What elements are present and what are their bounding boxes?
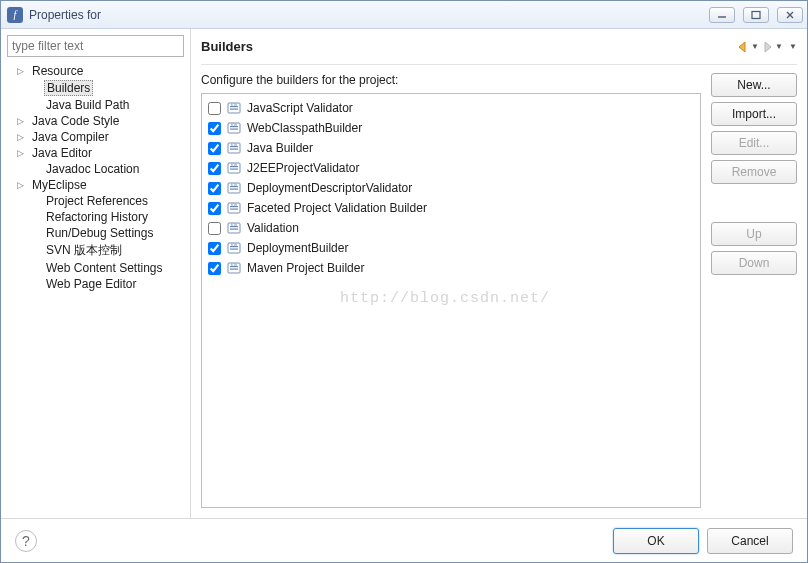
builder-row[interactable]: 010Java Builder bbox=[208, 138, 694, 158]
builder-label: Maven Project Builder bbox=[247, 261, 364, 275]
builder-checkbox[interactable] bbox=[208, 262, 221, 275]
expander-icon: ▷ bbox=[17, 148, 28, 158]
tree-item-label: Web Page Editor bbox=[44, 277, 139, 291]
svg-rect-3 bbox=[230, 109, 238, 110]
builder-checkbox[interactable] bbox=[208, 202, 221, 215]
ok-button[interactable]: OK bbox=[613, 528, 699, 554]
builder-checkbox[interactable] bbox=[208, 182, 221, 195]
remove-button[interactable]: Remove bbox=[711, 160, 797, 184]
tree-item[interactable]: ▷Java Code Style bbox=[7, 113, 184, 129]
builder-list: 010JavaScript Validator010WebClasspathBu… bbox=[201, 93, 701, 508]
builder-checkbox[interactable] bbox=[208, 102, 221, 115]
builder-checkbox[interactable] bbox=[208, 162, 221, 175]
cancel-button[interactable]: Cancel bbox=[707, 528, 793, 554]
builder-label: Validation bbox=[247, 221, 299, 235]
footer: ? OK Cancel bbox=[1, 518, 807, 562]
tree-item[interactable]: Refactoring History bbox=[7, 209, 184, 225]
builder-checkbox[interactable] bbox=[208, 242, 221, 255]
svg-rect-19 bbox=[230, 189, 238, 190]
tree-item-label: Java Build Path bbox=[44, 98, 131, 112]
tree-item-label: Java Code Style bbox=[30, 114, 121, 128]
tree-item[interactable]: Project References bbox=[7, 193, 184, 209]
svg-rect-27 bbox=[230, 229, 238, 230]
builder-icon: 010 bbox=[226, 220, 242, 236]
edit-button[interactable]: Edit... bbox=[711, 131, 797, 155]
svg-text:010: 010 bbox=[231, 203, 237, 207]
tree-item[interactable]: ▷Java Editor bbox=[7, 145, 184, 161]
help-icon[interactable]: ? bbox=[15, 530, 37, 552]
page-title: Builders bbox=[201, 39, 735, 54]
expander-icon: ▷ bbox=[17, 66, 28, 76]
builder-row[interactable]: 010Validation bbox=[208, 218, 694, 238]
tree-item[interactable]: Run/Debug Settings bbox=[7, 225, 184, 241]
builder-checkbox[interactable] bbox=[208, 222, 221, 235]
builder-label: Faceted Project Validation Builder bbox=[247, 201, 427, 215]
tree-item[interactable]: ▷Resource bbox=[7, 63, 184, 79]
tree-item[interactable]: Java Build Path bbox=[7, 97, 184, 113]
builder-icon: 010 bbox=[226, 160, 242, 176]
minimize-button[interactable] bbox=[709, 7, 735, 23]
nav-back-icon[interactable] bbox=[736, 40, 750, 54]
tree-item[interactable]: Builders bbox=[7, 79, 184, 97]
svg-text:010: 010 bbox=[231, 143, 237, 147]
builder-row[interactable]: 010JavaScript Validator bbox=[208, 98, 694, 118]
builder-row[interactable]: 010Maven Project Builder bbox=[208, 258, 694, 278]
tree-item-label: Java Compiler bbox=[30, 130, 111, 144]
builder-checkbox[interactable] bbox=[208, 122, 221, 135]
up-button[interactable]: Up bbox=[711, 222, 797, 246]
tree-item-label: Refactoring History bbox=[44, 210, 150, 224]
builder-icon: 010 bbox=[226, 240, 242, 256]
svg-text:010: 010 bbox=[231, 223, 237, 227]
maximize-button[interactable] bbox=[743, 7, 769, 23]
builder-checkbox[interactable] bbox=[208, 142, 221, 155]
svg-rect-23 bbox=[230, 209, 238, 210]
builder-icon: 010 bbox=[226, 120, 242, 136]
expander-icon: ▷ bbox=[17, 132, 28, 142]
builder-icon: 010 bbox=[226, 100, 242, 116]
svg-rect-35 bbox=[230, 269, 238, 270]
builder-buttons: New... Import... Edit... Remove Up Down bbox=[711, 73, 797, 508]
tree-item-label: Web Content Settings bbox=[44, 261, 165, 275]
builder-label: DeploymentBuilder bbox=[247, 241, 348, 255]
tree-item-label: Project References bbox=[44, 194, 150, 208]
svg-rect-11 bbox=[230, 149, 238, 150]
tree-item-label: Resource bbox=[30, 64, 85, 78]
nav-forward-icon[interactable] bbox=[760, 40, 774, 54]
app-icon: f bbox=[7, 7, 23, 23]
builder-label: J2EEProjectValidator bbox=[247, 161, 360, 175]
filter-input[interactable] bbox=[7, 35, 184, 57]
builder-row[interactable]: 010DeploymentBuilder bbox=[208, 238, 694, 258]
down-button[interactable]: Down bbox=[711, 251, 797, 275]
nav-forward-menu[interactable]: ▼ bbox=[775, 42, 783, 51]
tree-item-label: Java Editor bbox=[30, 146, 94, 160]
builder-icon: 010 bbox=[226, 180, 242, 196]
view-menu-icon[interactable]: ▼ bbox=[789, 42, 797, 51]
nav-back-menu[interactable]: ▼ bbox=[751, 42, 759, 51]
svg-text:010: 010 bbox=[231, 243, 237, 247]
builder-row[interactable]: 010Faceted Project Validation Builder bbox=[208, 198, 694, 218]
tree-item-label: MyEclipse bbox=[30, 178, 89, 192]
tree-item[interactable]: SVN 版本控制 bbox=[7, 241, 184, 260]
svg-rect-0 bbox=[752, 11, 760, 18]
svg-text:010: 010 bbox=[231, 183, 237, 187]
builder-icon: 010 bbox=[226, 200, 242, 216]
svg-text:010: 010 bbox=[231, 163, 237, 167]
expander-icon: ▷ bbox=[17, 116, 28, 126]
tree-item-label: Run/Debug Settings bbox=[44, 226, 155, 240]
main-panel: Builders ▼ ▼ ▼ Configure the builders fo… bbox=[191, 29, 807, 518]
builder-row[interactable]: 010J2EEProjectValidator bbox=[208, 158, 694, 178]
tree-item[interactable]: Web Page Editor bbox=[7, 276, 184, 292]
tree-item[interactable]: Web Content Settings bbox=[7, 260, 184, 276]
close-button[interactable] bbox=[777, 7, 803, 23]
builder-label: JavaScript Validator bbox=[247, 101, 353, 115]
builder-row[interactable]: 010WebClasspathBuilder bbox=[208, 118, 694, 138]
builder-row[interactable]: 010DeploymentDescriptorValidator bbox=[208, 178, 694, 198]
tree-item[interactable]: ▷Java Compiler bbox=[7, 129, 184, 145]
import-button[interactable]: Import... bbox=[711, 102, 797, 126]
svg-text:010: 010 bbox=[231, 123, 237, 127]
window-title: Properties for bbox=[29, 8, 701, 22]
tree-item[interactable]: ▷MyEclipse bbox=[7, 177, 184, 193]
new-button[interactable]: New... bbox=[711, 73, 797, 97]
titlebar: f Properties for bbox=[1, 1, 807, 29]
tree-item[interactable]: Javadoc Location bbox=[7, 161, 184, 177]
